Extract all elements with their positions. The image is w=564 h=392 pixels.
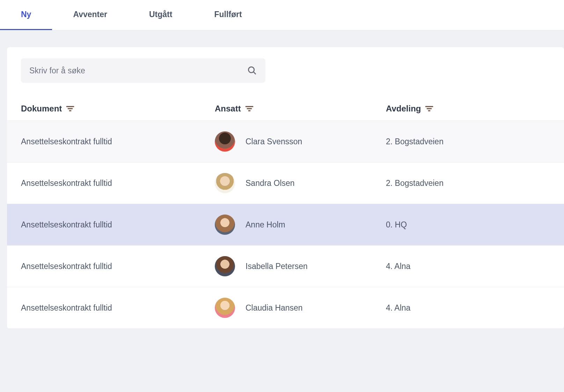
employee-name: Sandra Olsen	[246, 179, 295, 188]
table-header: Dokument Ansatt Avdeling	[7, 97, 564, 121]
cell-document: Ansettelseskontrakt fulltid	[21, 220, 215, 230]
column-header-employee[interactable]: Ansatt	[215, 104, 386, 114]
cell-employee: Anne Holm	[215, 215, 386, 235]
filter-icon	[66, 105, 74, 112]
cell-document: Ansettelseskontrakt fulltid	[21, 303, 215, 313]
svg-point-0	[249, 67, 254, 73]
employee-name: Anne Holm	[246, 220, 285, 230]
avatar	[215, 256, 235, 276]
avatar	[215, 215, 235, 235]
tabs-bar: Ny Avventer Utgått Fullført	[0, 0, 564, 30]
column-header-document[interactable]: Dokument	[21, 104, 215, 114]
filter-icon	[245, 105, 254, 112]
employee-name: Claudia Hansen	[246, 303, 303, 313]
cell-document: Ansettelseskontrakt fulltid	[21, 262, 215, 271]
tab-avventer[interactable]: Avventer	[52, 0, 128, 30]
table-row[interactable]: Ansettelseskontrakt fulltid Isabella Pet…	[7, 246, 564, 287]
table-row[interactable]: Ansettelseskontrakt fulltid Clara Svenss…	[7, 121, 564, 162]
column-header-department-label: Avdeling	[386, 104, 421, 114]
svg-line-1	[254, 72, 256, 74]
table-row[interactable]: Ansettelseskontrakt fulltid Anne Holm 0.…	[7, 204, 564, 246]
cell-employee: Clara Svensson	[215, 131, 386, 152]
cell-department: 2. Bogstadveien	[386, 179, 550, 188]
cell-employee: Isabella Petersen	[215, 256, 386, 276]
avatar	[215, 298, 235, 318]
cell-department: 4. Alna	[386, 303, 550, 313]
table-row[interactable]: Ansettelseskontrakt fulltid Sandra Olsen…	[7, 162, 564, 204]
cell-employee: Sandra Olsen	[215, 173, 386, 193]
cell-employee: Claudia Hansen	[215, 298, 386, 318]
search-wrap	[7, 58, 564, 97]
cell-document: Ansettelseskontrakt fulltid	[21, 179, 215, 188]
search-icon	[247, 66, 257, 75]
cell-department: 4. Alna	[386, 262, 550, 271]
content-wrapper: Dokument Ansatt Avdeling	[0, 30, 564, 329]
column-header-department[interactable]: Avdeling	[386, 104, 550, 114]
filter-icon	[425, 105, 433, 112]
tab-utgatt[interactable]: Utgått	[128, 0, 193, 30]
cell-department: 2. Bogstadveien	[386, 137, 550, 146]
card: Dokument Ansatt Avdeling	[7, 47, 564, 329]
employee-name: Clara Svensson	[246, 137, 302, 146]
search-box[interactable]	[21, 58, 265, 83]
column-header-employee-label: Ansatt	[215, 104, 241, 114]
avatar	[215, 131, 235, 152]
tab-fullfort[interactable]: Fullført	[193, 0, 263, 30]
column-header-document-label: Dokument	[21, 104, 62, 114]
cell-department: 0. HQ	[386, 220, 550, 230]
cell-document: Ansettelseskontrakt fulltid	[21, 137, 215, 146]
employee-name: Isabella Petersen	[246, 262, 308, 271]
avatar	[215, 173, 235, 193]
table-row[interactable]: Ansettelseskontrakt fulltid Claudia Hans…	[7, 287, 564, 329]
search-input[interactable]	[29, 66, 247, 75]
tab-ny[interactable]: Ny	[0, 0, 52, 30]
